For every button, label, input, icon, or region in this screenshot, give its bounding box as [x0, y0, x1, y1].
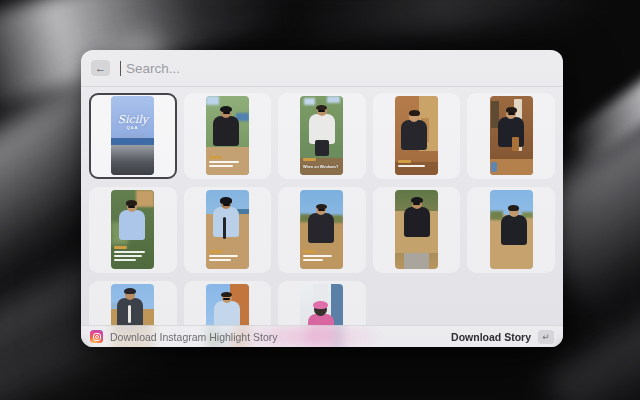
person-torso: [119, 210, 145, 240]
story-man-white-tee-trees[interactable]: When on Windows?: [278, 93, 366, 179]
caption-text-line: [114, 251, 145, 253]
desktop-background: { "search": { "placeholder": "Search..."…: [0, 0, 640, 400]
story-caption: [114, 246, 151, 263]
text-caret: [120, 61, 121, 76]
caption-username-tag: [209, 156, 222, 159]
sunglasses: [318, 209, 325, 211]
footer-title: Download Instagram Highlight Story: [110, 331, 278, 343]
caption-text-line: [209, 161, 239, 163]
person-hair: [409, 110, 420, 116]
caption-username-tag: [303, 158, 316, 161]
person-cap: [411, 197, 423, 203]
footer: Download Instagram Highlight Story Downl…: [81, 325, 563, 347]
story-man-cap-blue-tee-beach-path[interactable]: [184, 187, 272, 273]
story-person-black-tee-hillside[interactable]: [278, 187, 366, 273]
story-man-cap-black-tee-coast-thumbnail: [206, 96, 249, 175]
caption-text-line: [209, 255, 239, 257]
person-hair: [506, 107, 517, 113]
scene-block: [136, 190, 154, 207]
story-cover-title: Sicily: [111, 114, 154, 125]
sunglasses: [413, 203, 420, 205]
scene-block: [223, 217, 226, 239]
scene-block: [327, 96, 340, 103]
caption-username-tag: [209, 250, 222, 253]
story-cover-subtitle: Q&A: [117, 126, 148, 130]
launcher-window: ← SicilyQ&AWhen on Windows? Download Ins…: [81, 50, 563, 347]
enter-key-icon[interactable]: ↵: [538, 330, 554, 344]
story-man-indoor-holding-board-thumbnail: [490, 96, 533, 175]
person-hair: [126, 200, 137, 206]
person-torso: [404, 207, 430, 237]
story-sicily-qa-cover-thumbnail: SicilyQ&A: [111, 96, 154, 175]
person-hair: [316, 204, 327, 210]
story-man-cap-black-tee-coast[interactable]: [184, 93, 272, 179]
scene-block: [490, 211, 503, 220]
story-man-indoor-orange-room-thumbnail: [395, 96, 438, 175]
scene-block: [304, 98, 315, 106]
scene-block: [206, 96, 219, 105]
search-input[interactable]: [124, 60, 553, 77]
person-torso: [213, 207, 239, 237]
story-man-indoor-holding-board[interactable]: [467, 93, 555, 179]
story-cover-text: SicilyQ&A: [111, 114, 154, 131]
person-torso: [308, 213, 334, 243]
story-caption: [209, 250, 246, 263]
story-woman-blue-shirt-garden-thumbnail: [111, 190, 154, 269]
story-caption: [209, 156, 246, 169]
back-button[interactable]: ←: [91, 60, 110, 76]
story-man-black-tee-quarry[interactable]: [373, 187, 461, 273]
enter-key-glyph: ↵: [542, 332, 550, 342]
scene-block: [404, 253, 430, 269]
scene-block: [315, 140, 329, 156]
caption-text-line: [303, 259, 322, 261]
caption-text: When on Windows?: [303, 165, 326, 169]
sunglasses: [508, 113, 515, 115]
person-torso: [401, 120, 427, 150]
caption-text-line: [398, 165, 425, 167]
sunglasses: [223, 112, 230, 114]
person-torso: [501, 215, 527, 245]
background-streak: [560, 0, 640, 169]
caption-username-tag: [398, 160, 411, 163]
story-sicily-qa-cover[interactable]: SicilyQ&A: [89, 93, 177, 179]
scene-block: [111, 145, 154, 175]
background-streak: [288, 0, 601, 46]
sunglasses: [223, 204, 230, 206]
story-person-black-tee-hillside-thumbnail: [300, 190, 343, 269]
scene-block: [512, 137, 519, 151]
scene-block: [491, 162, 497, 171]
story-man-cap-blue-tee-beach-path-thumbnail: [206, 190, 249, 269]
person-torso: [213, 116, 239, 146]
search-bar: ←: [81, 50, 563, 87]
caption-text-line: [209, 165, 233, 167]
caption-text-line: [303, 255, 332, 257]
story-man-white-tee-trees-thumbnail: When on Windows?: [300, 96, 343, 175]
story-woman-blue-shirt-garden[interactable]: [89, 187, 177, 273]
story-man-black-tee-desert[interactable]: [467, 187, 555, 273]
back-arrow-icon: ←: [95, 62, 106, 74]
caption-username-tag: [303, 250, 316, 253]
caption-text-line: [114, 255, 142, 257]
caption-username-tag: [114, 246, 127, 249]
download-story-action[interactable]: Download Story: [451, 331, 531, 343]
sunglasses: [223, 298, 230, 300]
sunglasses: [128, 206, 135, 208]
story-man-black-tee-desert-thumbnail: [490, 190, 533, 269]
story-man-black-tee-quarry-thumbnail: [395, 190, 438, 269]
scene-block: [128, 305, 130, 324]
story-man-indoor-orange-room[interactable]: [373, 93, 461, 179]
story-caption: When on Windows?: [303, 158, 340, 169]
person-cap: [313, 301, 328, 309]
instagram-icon: [90, 330, 103, 343]
person-hair: [508, 205, 519, 211]
story-caption: [303, 250, 340, 263]
story-grid: SicilyQ&AWhen on Windows?: [81, 87, 563, 347]
person-cap: [124, 288, 136, 294]
story-caption: [398, 160, 435, 169]
person-cap: [220, 197, 232, 203]
caption-text-line: [114, 259, 135, 261]
caption-text-line: [209, 259, 231, 261]
